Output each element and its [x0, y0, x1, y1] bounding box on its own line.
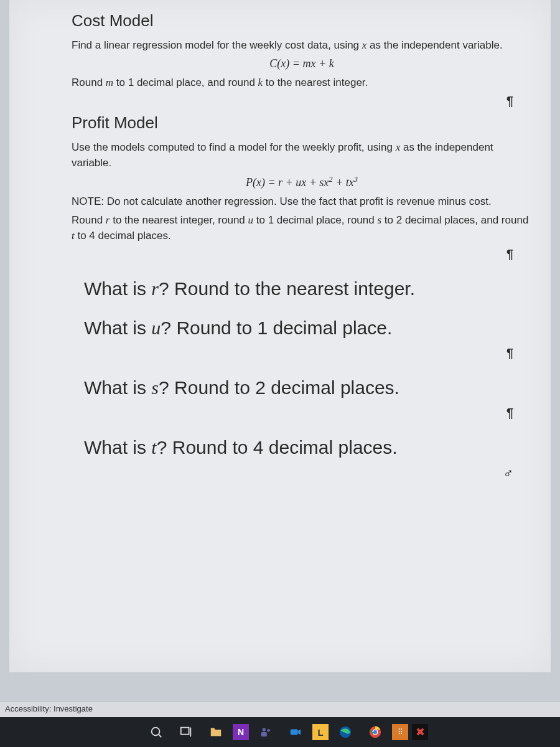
text: Find a linear regression model for the w…: [72, 39, 362, 51]
pilcrow-mark: ¶: [72, 406, 532, 420]
profit-rounding: Round r to the nearest integer, round u …: [72, 213, 532, 243]
camera-icon[interactable]: [282, 720, 309, 745]
cursor-mark: ♂: [72, 466, 532, 482]
svg-rect-2: [181, 728, 189, 735]
text: ? Round to 1 decimal place.: [161, 317, 392, 338]
text: What is: [84, 278, 151, 299]
file-explorer-icon[interactable]: [203, 720, 229, 745]
search-icon[interactable]: [143, 720, 169, 745]
app-l-icon[interactable]: L: [312, 724, 329, 740]
chrome-icon[interactable]: [362, 720, 388, 745]
text: What is: [84, 377, 151, 398]
svg-rect-7: [291, 729, 298, 735]
question-u: What is u? Round to 1 decimal place.: [84, 316, 532, 340]
pilcrow-mark: ¶: [72, 94, 532, 108]
svg-point-4: [263, 728, 266, 732]
text: as the independent variable.: [366, 39, 502, 51]
profit-model-instruction: Use the models computed to find a model …: [72, 140, 532, 171]
pilcrow-mark: ¶: [72, 346, 532, 360]
question-s: What is s? Round to 2 decimal places.: [84, 375, 532, 400]
cost-model-heading: Cost Model: [72, 11, 532, 31]
text: Use the models computed to find a model …: [72, 141, 396, 153]
app-orange-icon[interactable]: ⠿: [392, 724, 408, 740]
windows-taskbar: N L ⠿ ✖: [0, 717, 560, 747]
text: to the nearest integer.: [263, 77, 368, 88]
text: ? Round to 2 decimal places.: [159, 377, 399, 398]
svg-line-1: [159, 735, 162, 738]
var-r: r: [151, 278, 159, 299]
text: What is: [84, 437, 151, 458]
text: to 1 decimal place, and round: [113, 77, 258, 88]
question-t: What is t? Round to 4 decimal places.: [84, 435, 532, 459]
pilcrow-mark: ¶: [72, 247, 532, 261]
accessibility-status[interactable]: Accessibility: Investigate: [5, 704, 93, 713]
cost-model-instruction: Find a linear regression model for the w…: [72, 38, 532, 54]
cost-rounding: Round m to 1 decimal place, and round k …: [72, 75, 532, 91]
var-s: s: [151, 377, 159, 398]
svg-marker-8: [298, 729, 301, 735]
var-t: t: [151, 437, 156, 458]
text: Round: [72, 77, 106, 88]
question-r: What is r? Round to the nearest integer.: [84, 276, 532, 301]
document-page: Cost Model Find a linear regression mode…: [9, 0, 551, 672]
svg-point-0: [152, 728, 160, 736]
svg-rect-6: [261, 732, 267, 736]
profit-model-heading: Profit Model: [72, 113, 532, 133]
app-dark-icon[interactable]: ✖: [412, 724, 428, 740]
var-m: m: [106, 77, 113, 88]
cost-equation: C(x) = mx + k: [72, 57, 532, 70]
task-view-icon[interactable]: [173, 720, 199, 745]
var-u: u: [151, 317, 161, 338]
onenote-icon[interactable]: N: [233, 724, 249, 740]
text: What is: [84, 317, 151, 338]
document-content: Cost Model Find a linear regression mode…: [9, 11, 551, 482]
edge-icon[interactable]: [332, 720, 358, 745]
teams-icon[interactable]: [253, 720, 279, 745]
profit-note: NOTE: Do not calculate another regressio…: [72, 194, 532, 210]
profit-equation: P(x) = r + ux + sx2 + tx3: [72, 175, 532, 189]
text: ? Round to the nearest integer.: [159, 278, 415, 299]
text: ? Round to 4 decimal places.: [157, 437, 398, 458]
var-k: k: [258, 77, 263, 88]
status-bar: Accessibility: Investigate: [0, 701, 560, 717]
svg-point-5: [267, 729, 269, 731]
